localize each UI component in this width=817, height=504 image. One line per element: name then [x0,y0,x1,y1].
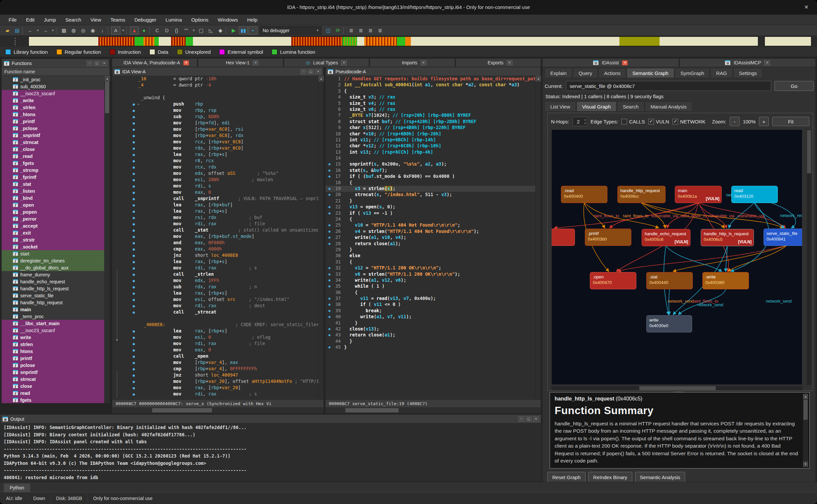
breakpoint-dot[interactable] [112,353,138,360]
breakpoint-dot[interactable] [112,76,138,82]
disassembly-line[interactable]: mov rcx, [rbp+var_20] [112,397,318,398]
graph-node[interactable]: .printf 0x4003b0 [585,229,631,246]
breakpoint-dot[interactable] [326,308,334,314]
function-list-item[interactable]: f _strcmp [2,167,104,174]
toolbar-icon[interactable] [22,27,25,34]
menu-item[interactable]: Help [243,15,262,25]
disassembly-listing[interactable]: ▼ ▼ _10 = qword ptr -10h _4 = dword ptr … [112,76,318,398]
function-list-item[interactable]: f _term_proc [2,313,104,320]
tab-close-icon[interactable]: ✕ [341,60,347,65]
menu-item[interactable]: File [4,15,21,25]
breakpoint-dot[interactable] [112,108,138,114]
summary-scrollbar[interactable]: ▲ ▼ [803,394,808,467]
function-list-item[interactable]: f fgets [2,396,104,403]
disassembly-line[interactable]: mov esi, 200h ; maxlen [112,177,318,183]
toolbar-icon[interactable]: ◆ [216,27,225,35]
toolbar-icon[interactable]: A [111,27,120,35]
disassembly-line[interactable]: mov [rbp+var_4], eax [112,360,318,366]
breakpoint-dot[interactable] [112,246,138,252]
breakpoint-dot[interactable] [112,152,138,158]
disassembly-line[interactable]: sub rdx, rax ; n [112,284,318,290]
menu-item[interactable]: Debugger [130,15,161,25]
breakpoint-dot[interactable] [112,385,138,391]
pseudocode-line[interactable]: 13 int v13; // [rsp+6CCh] [rbp-4h] [326,149,535,155]
scrollbar-thumb[interactable] [345,408,399,412]
disassembly-line[interactable]: _4008E8: ; CODE XREF: serve_static_file+ [112,322,318,328]
breakpoint-dot[interactable] [326,186,334,192]
toolbar-icon[interactable]: ◎ [79,27,88,35]
pseudocode-line[interactable]: 10 char *v10; // [rsp+6B0h] [rbp-20h] [326,131,535,137]
function-list-item[interactable]: f handle_http_ls_request [2,285,104,292]
breakpoint-dot[interactable] [112,133,138,139]
pseudocode-line[interactable]: 7 _BYTE v7[1024]; // [rsp+20h] [rbp-6B0h… [326,112,535,118]
pseudocode-line[interactable]: 31 { [326,259,535,265]
breakpoint-dot[interactable] [326,137,334,143]
graph-node[interactable]: handle_echo_request 0x4005c6 [VULN] [642,229,691,246]
breakpoint-dot[interactable] [326,88,334,94]
document-tab[interactable]: Imports ✕ [370,58,455,67]
breakpoint-dot[interactable] [112,189,138,196]
edge-type-option[interactable]: CALLS [622,119,645,124]
tab-close-icon[interactable]: ✕ [183,60,189,65]
breakpoint-dot[interactable] [112,309,138,316]
breakpoint-dot[interactable] [326,143,334,149]
breakpoint-dot[interactable] [326,314,334,320]
function-list-item[interactable]: f strlen [2,341,104,348]
menu-item[interactable]: Options [186,15,213,25]
function-list-item[interactable]: f main [2,306,104,313]
disassembly-line[interactable]: lea rax, [rbp+buf] [112,202,318,208]
function-list-item[interactable]: f handle_echo_request [2,278,104,285]
pseudocode-line[interactable]: 36 { [326,290,535,296]
close-icon[interactable]: ✕ [533,416,539,422]
toolbar-icon[interactable]: ▪ [249,27,258,35]
breakpoint-dot[interactable] [112,114,138,120]
tab-close-icon[interactable]: ✕ [507,60,512,65]
function-list-item[interactable]: f htons [2,348,104,355]
pseudocode-line[interactable]: 30 else [326,253,535,259]
function-list-item[interactable]: f _fgets [2,160,104,167]
graph-vscrollbar[interactable] [807,129,811,385]
zoom-in-button[interactable]: + [759,117,769,126]
pseudocode-line[interactable]: 8 struct stat buf; // [rsp+420h] [rbp-2B… [326,119,535,125]
breakpoint-dot[interactable] [112,397,138,398]
toolbar-icon[interactable]: ↓ [98,27,107,35]
breakpoint-dot[interactable] [112,278,138,284]
toolbar-icon[interactable] [226,27,229,34]
pseudocode-line[interactable]: 4 size_t v3; // rax [326,94,535,100]
nhops-spinner[interactable]: 2 ▲▼ [572,117,587,126]
pseudocode-line[interactable]: 2 int __fastcall sub_400841(int a1, cons… [326,82,535,88]
pseudocode-line[interactable]: 16 stat(s, &buf); [326,168,535,174]
toolbar-icon[interactable]: ▾ [50,27,55,35]
pseudocode-line[interactable]: 26 v4 = strlen("HTTP/1.1 404 Not Found\r… [326,229,535,235]
disasm-vscrollbar[interactable]: ▲ [318,76,324,398]
breakpoint-dot[interactable] [326,76,334,82]
breakpoint-dot[interactable] [112,341,138,347]
breakpoint-dot[interactable] [112,366,138,372]
pseudocode-line[interactable]: 44 } [326,338,535,344]
scrollbar-thumb[interactable] [639,386,716,390]
function-list-item[interactable]: f _fprintf [2,174,104,180]
pseudocode-line[interactable]: 34 write(a1, v12, v6); [326,277,535,283]
current-function-input[interactable] [566,81,771,91]
breakpoint-dot[interactable] [326,283,334,289]
functions-panel-header[interactable]: f Functions □ ◱ ✕ [2,59,110,68]
function-list-item[interactable]: f _strlen [2,104,104,111]
toolbar-icon[interactable]: C [153,27,162,35]
tab-close-icon[interactable]: ✕ [764,60,770,65]
pseudocode-line[interactable]: 39 break; [326,308,535,314]
graph-view-tab[interactable]: Search [617,102,644,111]
pseudocode-listing[interactable]: 1 // Handles GET requests: builds filesy… [326,76,535,398]
breakpoint-dot[interactable] [326,247,334,253]
scrollbar-thumb[interactable] [105,82,109,113]
pseudocode-header[interactable]: ≣ Pseudocode-A [326,67,541,76]
graph-view-tab[interactable]: List View [545,102,576,111]
disassembly-line[interactable]: call _strlen [112,271,318,278]
idassist-subtab[interactable]: Actions [598,68,626,78]
breakpoint-dot[interactable] [112,316,138,322]
toolbar-icon[interactable]: ▲ [130,27,139,35]
graph-node[interactable] [551,229,575,246]
breakpoint-dot[interactable] [326,82,334,88]
breakpoint-dot[interactable] [326,210,334,216]
graph-action-button[interactable]: Reset Graph [547,472,585,482]
menu-item[interactable]: View [86,15,106,25]
